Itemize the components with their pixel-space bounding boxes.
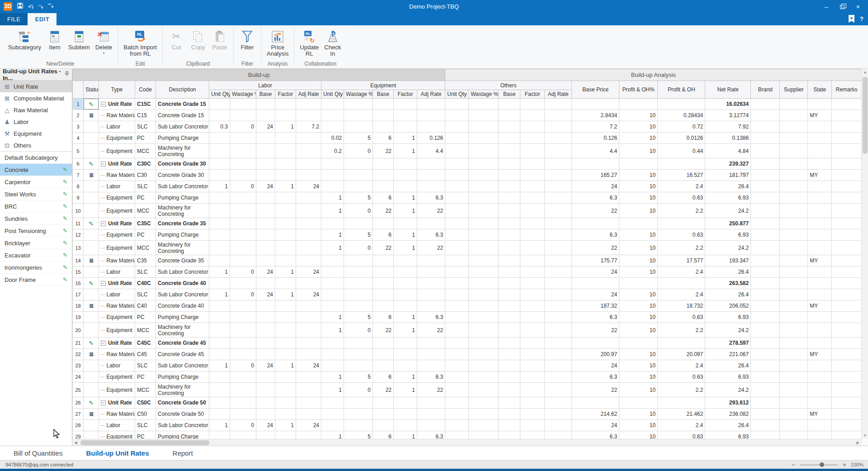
remarks-cell[interactable] xyxy=(832,110,862,121)
labor-value-cell[interactable]: 1 xyxy=(275,121,296,133)
description-cell[interactable]: Machinery for Concreting xyxy=(156,383,209,397)
supplier-cell[interactable] xyxy=(780,170,808,181)
base-price-cell[interactable] xyxy=(572,338,619,349)
sidebar-item-unit-rate[interactable]: ⊞Unit Rate xyxy=(0,81,72,92)
others-value-cell[interactable] xyxy=(520,121,545,133)
others-value-cell[interactable] xyxy=(499,349,520,360)
code-cell[interactable]: C35 xyxy=(135,255,156,266)
equip-value-cell[interactable] xyxy=(394,181,417,192)
profit-oh-pct-cell[interactable]: 10 xyxy=(619,121,658,133)
net-rate-cell[interactable]: 24.2 xyxy=(705,383,751,397)
supplier-cell[interactable] xyxy=(780,383,808,397)
row-number[interactable]: 25 xyxy=(73,383,84,397)
base-price-cell[interactable]: 24 xyxy=(572,420,619,431)
labor-value-cell[interactable] xyxy=(209,241,230,255)
labor-value-cell[interactable] xyxy=(230,192,256,204)
others-value-cell[interactable] xyxy=(445,158,469,170)
table-row[interactable]: 2≣─Raw MaterialC15Concrete Grade 152.843… xyxy=(73,110,862,121)
profit-oh-cell[interactable]: 0.63 xyxy=(658,312,705,323)
labor-value-cell[interactable] xyxy=(209,338,230,349)
status-cell[interactable]: ✎ xyxy=(84,278,99,289)
equip-value-cell[interactable] xyxy=(321,181,344,192)
equip-value-cell[interactable] xyxy=(373,278,394,289)
sub-header-base[interactable]: Base xyxy=(256,90,275,99)
labor-value-cell[interactable] xyxy=(296,229,321,241)
type-cell[interactable]: ─Equipment xyxy=(99,192,135,204)
equip-value-cell[interactable] xyxy=(321,255,344,266)
collapse-icon[interactable]: − xyxy=(101,162,106,167)
sub-header-unit-qty[interactable]: Unit Qty xyxy=(445,90,469,99)
equip-value-cell[interactable] xyxy=(344,181,373,192)
others-value-cell[interactable] xyxy=(445,289,469,300)
profit-oh-cell[interactable]: 2.4 xyxy=(658,266,705,278)
table-row[interactable]: 16✎−Unit RateC40CConcrete Grade 40263.58… xyxy=(73,278,862,289)
equip-value-cell[interactable]: 0 xyxy=(344,383,373,397)
equip-value-cell[interactable]: 22 xyxy=(417,383,445,397)
base-price-cell[interactable]: 6.3 xyxy=(572,229,619,241)
code-cell[interactable]: MCC xyxy=(135,204,156,218)
type-cell[interactable]: ─Raw Material xyxy=(99,255,135,266)
state-cell[interactable] xyxy=(808,204,832,218)
labor-value-cell[interactable] xyxy=(256,312,275,323)
base-price-cell[interactable]: 214.62 xyxy=(572,409,619,420)
others-value-cell[interactable] xyxy=(545,360,572,371)
table-row[interactable]: 10─EquipmentMCCMachinery for Concreting1… xyxy=(73,204,862,218)
brand-cell[interactable] xyxy=(751,204,780,218)
code-cell[interactable]: MCC xyxy=(135,323,156,338)
labor-value-cell[interactable] xyxy=(275,192,296,204)
profit-oh-pct-cell[interactable]: 10 xyxy=(619,170,658,181)
labor-value-cell[interactable] xyxy=(275,241,296,255)
equip-value-cell[interactable] xyxy=(394,349,417,360)
others-value-cell[interactable] xyxy=(499,110,520,121)
others-value-cell[interactable] xyxy=(520,158,545,170)
labor-value-cell[interactable] xyxy=(230,144,256,158)
help-icon[interactable]: ? xyxy=(860,15,863,22)
net-rate-cell[interactable]: 3.12774 xyxy=(705,110,751,121)
profit-oh-cell[interactable]: 2.2 xyxy=(658,241,705,255)
supplier-cell[interactable] xyxy=(780,371,808,383)
table-row[interactable]: 6✎−Unit RateC30CConcrete Grade 30239.327 xyxy=(73,158,862,170)
brand-cell[interactable] xyxy=(751,144,780,158)
labor-value-cell[interactable] xyxy=(275,110,296,121)
others-value-cell[interactable] xyxy=(469,121,499,133)
equip-value-cell[interactable]: 0.2 xyxy=(321,144,344,158)
state-cell[interactable]: MY xyxy=(808,300,832,312)
equip-value-cell[interactable] xyxy=(321,158,344,170)
labor-value-cell[interactable]: 1 xyxy=(275,420,296,431)
status-cell[interactable] xyxy=(84,204,99,218)
row-number[interactable]: 14 xyxy=(73,255,84,266)
labor-value-cell[interactable] xyxy=(296,349,321,360)
code-cell[interactable]: C30 xyxy=(135,170,156,181)
others-value-cell[interactable] xyxy=(445,278,469,289)
others-value-cell[interactable] xyxy=(520,338,545,349)
others-value-cell[interactable] xyxy=(499,266,520,278)
labor-value-cell[interactable]: 1 xyxy=(209,181,230,192)
net-rate-cell[interactable]: 0.1386 xyxy=(705,133,751,144)
equip-value-cell[interactable] xyxy=(344,255,373,266)
profit-oh-cell[interactable]: 2.4 xyxy=(658,360,705,371)
sub-header-wastage-[interactable]: Wastage % xyxy=(230,90,256,99)
equip-value-cell[interactable] xyxy=(321,266,344,278)
type-cell[interactable]: ─Equipment xyxy=(99,383,135,397)
equip-value-cell[interactable]: 1 xyxy=(321,204,344,218)
others-value-cell[interactable] xyxy=(445,192,469,204)
labor-value-cell[interactable] xyxy=(256,218,275,229)
base-price-cell[interactable]: 24 xyxy=(572,266,619,278)
others-value-cell[interactable] xyxy=(499,371,520,383)
profit-oh-cell[interactable]: 2.4 xyxy=(658,181,705,192)
profit-oh-pct-cell[interactable]: 10 xyxy=(619,312,658,323)
equip-value-cell[interactable] xyxy=(417,99,445,110)
net-rate-cell[interactable]: 221.067 xyxy=(705,349,751,360)
equip-value-cell[interactable] xyxy=(417,360,445,371)
equip-value-cell[interactable] xyxy=(321,289,344,300)
net-rate-cell[interactable]: 6.93 xyxy=(705,192,751,204)
remarks-cell[interactable] xyxy=(832,121,862,133)
supplier-cell[interactable] xyxy=(780,360,808,371)
status-cell[interactable] xyxy=(84,133,99,144)
sub-header-unit-qty[interactable]: Unit Qty xyxy=(321,90,344,99)
labor-value-cell[interactable] xyxy=(256,158,275,170)
equip-value-cell[interactable] xyxy=(394,300,417,312)
equip-value-cell[interactable] xyxy=(394,338,417,349)
equip-value-cell[interactable] xyxy=(394,255,417,266)
labor-value-cell[interactable] xyxy=(296,99,321,110)
